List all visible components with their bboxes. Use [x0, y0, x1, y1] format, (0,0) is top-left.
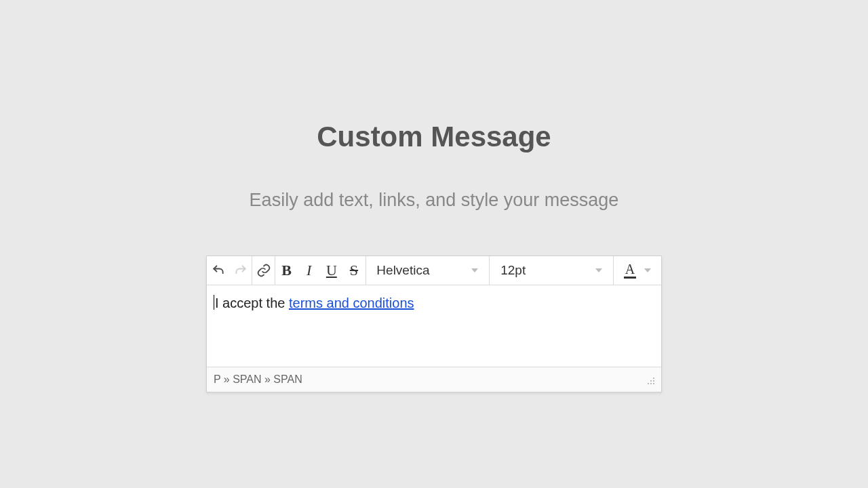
- resize-grip[interactable]: [645, 375, 654, 384]
- text-cursor: [214, 295, 214, 310]
- editor-toolbar: B I U S Helvetica 12pt A: [207, 256, 661, 285]
- rich-text-editor: B I U S Helvetica 12pt A I accept the te…: [206, 256, 662, 392]
- chevron-down-icon: [471, 268, 478, 272]
- undo-button[interactable]: [207, 256, 229, 285]
- bold-glyph: B: [281, 262, 292, 279]
- editor-content[interactable]: I accept the terms and conditions: [207, 285, 661, 367]
- editor-statusbar: P » SPAN » SPAN: [207, 367, 661, 392]
- text-color-glyph: A: [624, 262, 636, 279]
- bold-button[interactable]: B: [275, 256, 298, 285]
- chevron-down-icon: [595, 268, 602, 272]
- undo-icon: [212, 264, 225, 277]
- page-title: Custom Message: [317, 121, 551, 153]
- underline-glyph: U: [326, 262, 337, 279]
- redo-button[interactable]: [229, 256, 252, 285]
- terms-link[interactable]: terms and conditions: [289, 296, 414, 310]
- chevron-down-icon: [644, 268, 651, 272]
- text-color-button[interactable]: A: [614, 256, 661, 285]
- link-button[interactable]: [252, 256, 275, 285]
- font-family-value: Helvetica: [376, 263, 429, 278]
- strike-glyph: S: [350, 262, 358, 279]
- font-size-value: 12pt: [500, 263, 526, 278]
- content-text: I accept the: [215, 296, 289, 310]
- strikethrough-button[interactable]: S: [342, 256, 365, 285]
- font-size-select[interactable]: 12pt: [490, 256, 613, 285]
- link-icon: [256, 263, 271, 278]
- underline-button[interactable]: U: [320, 256, 342, 285]
- redo-icon: [234, 264, 248, 277]
- element-path: P » SPAN » SPAN: [214, 373, 302, 386]
- italic-button[interactable]: I: [298, 256, 320, 285]
- italic-glyph: I: [307, 262, 311, 279]
- page-subtitle: Easily add text, links, and style your m…: [250, 190, 619, 211]
- font-family-select[interactable]: Helvetica: [366, 256, 489, 285]
